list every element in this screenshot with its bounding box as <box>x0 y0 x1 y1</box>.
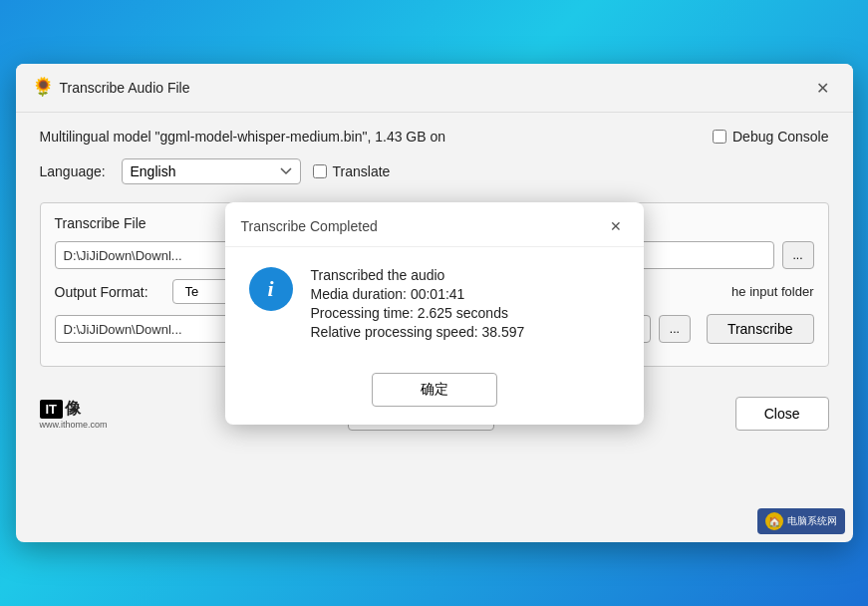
message-line-2: Media duration: 00:01:41 <box>311 286 620 302</box>
info-icon: i <box>249 267 293 311</box>
sub-close-button[interactable]: ✕ <box>604 214 628 238</box>
sub-message: Transcribed the audio Media duration: 00… <box>311 267 620 343</box>
message-line-3: Processing time: 2.625 seconds <box>311 305 620 321</box>
site-badge-icon: 🏠 <box>765 512 783 530</box>
site-badge: 🏠 电脑系统网 <box>757 508 845 534</box>
main-dialog: 🌻 Transcribe Audio File ✕ Multilingual m… <box>16 64 853 542</box>
sub-dialog: Transcribe Completed ✕ i Transcribed the… <box>225 202 644 425</box>
message-line-4: Relative processing speed: 38.597 <box>311 324 620 340</box>
message-line-1: Transcribed the audio <box>311 267 620 283</box>
sub-dialog-body: i Transcribed the audio Media duration: … <box>225 247 644 363</box>
sub-title-bar: Transcribe Completed ✕ <box>225 202 644 247</box>
sub-dialog-footer: 确定 <box>225 363 644 425</box>
sub-dialog-overlay: Transcribe Completed ✕ i Transcribed the… <box>16 64 853 542</box>
site-badge-text: 电脑系统网 <box>787 514 837 528</box>
ok-button[interactable]: 确定 <box>372 373 497 407</box>
sub-dialog-title: Transcribe Completed <box>241 218 378 234</box>
